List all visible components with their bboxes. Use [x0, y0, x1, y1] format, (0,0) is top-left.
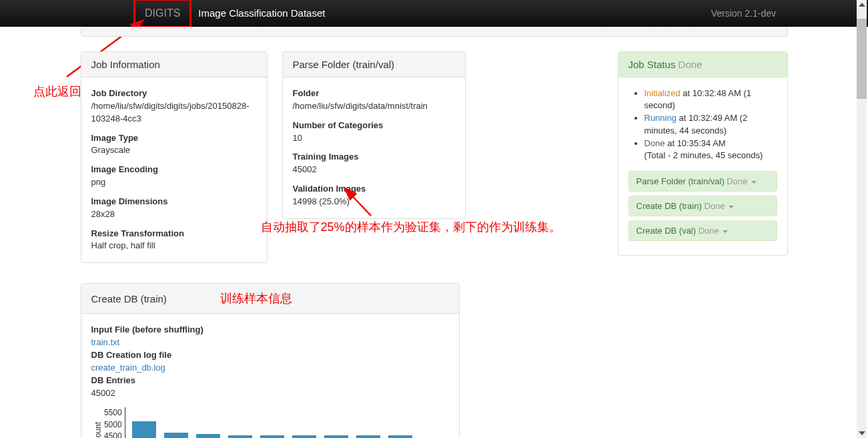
panel-heading-job-status: Job Status Done: [618, 52, 787, 77]
db-entries-label: DB Entries: [91, 375, 135, 385]
navbar: DIGITS Image Classification Dataset Vers…: [0, 0, 868, 27]
scrollbar-vertical[interactable]: [857, 0, 867, 438]
chart-bar: [164, 433, 188, 438]
panel-heading-create-db: Create DB (train) 训练样本信息: [81, 284, 459, 314]
folder-label: Folder: [293, 88, 320, 98]
chart-bar: [132, 421, 156, 438]
image-type-value: Grayscale: [91, 145, 131, 155]
panel-parse-folder: Parse Folder (train/val) Folder /home/li…: [282, 51, 466, 219]
status-initialized-label: Initialized: [644, 88, 681, 98]
task-create-db-val-button[interactable]: Create DB (val) Done: [628, 220, 777, 241]
log-file-link[interactable]: create_train_db.log: [91, 363, 165, 373]
chart-bar: [196, 434, 220, 438]
chart-ytick: 5500: [104, 407, 122, 419]
input-file-link[interactable]: train.txt: [91, 337, 120, 347]
annotation-validation-text: 自动抽取了25%的样本作为验证集，剩下的作为训练集。: [261, 219, 561, 235]
chart-ylabel: Count: [91, 407, 104, 438]
top-bar: [81, 27, 788, 37]
panel-heading-parse-folder: Parse Folder (train/val): [283, 52, 465, 77]
chart-bar: [228, 435, 252, 438]
status-list: Initialized at 10:32:48 AM (1 second) Ru…: [628, 87, 777, 162]
panel-create-db: Create DB (train) 训练样本信息 Input File (bef…: [81, 283, 460, 438]
folder-value: /home/liu/sfw/digits/data/mnist/train: [293, 101, 428, 111]
status-done-label: Done: [644, 138, 665, 148]
scroll-down-button[interactable]: [857, 429, 867, 438]
chart-bar: [388, 435, 412, 438]
job-status-done: Done: [679, 59, 703, 70]
image-dimensions-label: Image Dimensions: [91, 196, 168, 206]
status-running-label: Running: [644, 113, 677, 123]
chart-yticks: 550050004500400035003000: [104, 407, 125, 438]
db-entries-value: 45002: [91, 388, 115, 398]
status-done-text: at 10:35:34 AM: [665, 138, 726, 148]
image-encoding-label: Image Encoding: [91, 164, 158, 174]
chevron-down-icon: [723, 230, 728, 233]
chevron-down-icon: [729, 206, 734, 208]
chart-bars: [125, 407, 449, 438]
panel-job-info: Job Information Job Directory /home/liu/…: [81, 51, 268, 263]
chart-bar: [260, 435, 284, 438]
training-images-label: Training Images: [293, 152, 359, 162]
brand-link[interactable]: DIGITS: [133, 0, 191, 28]
chevron-down-icon: [751, 181, 757, 184]
job-dir-label: Job Directory: [91, 88, 147, 98]
task-parse-folder-button[interactable]: Parse Folder (train/val) Done: [628, 171, 777, 192]
categories-value: 10: [293, 133, 302, 143]
image-encoding-value: png: [91, 177, 106, 187]
chart-bar: [356, 435, 380, 438]
image-type-label: Image Type: [91, 133, 139, 143]
db-entries-chart: Count 550050004500400035003000: [91, 407, 449, 438]
scrollbar-thumb[interactable]: [857, 19, 867, 99]
panel-job-status: Job Status Done Initialized at 10:32:48 …: [618, 51, 788, 256]
training-images-value: 45002: [293, 164, 317, 174]
chart-bar: [292, 435, 316, 438]
status-total-text: (Total - 2 minutes, 45 seconds): [644, 150, 763, 160]
log-file-label: DB Creation log file: [91, 350, 172, 360]
chart-ytick: 5000: [104, 419, 122, 431]
version-label: Version 2.1-dev: [711, 8, 776, 19]
resize-value: Half crop, half fill: [91, 240, 155, 250]
image-dimensions-value: 28x28: [91, 209, 115, 219]
chevron-down-icon: [859, 431, 865, 435]
job-dir-value: /home/liu/sfw/digits/digits/jobs/2015082…: [91, 101, 250, 124]
panel-heading-job-info: Job Information: [81, 52, 267, 77]
resize-label: Resize Transformation: [91, 228, 184, 238]
input-file-label: Input File (before shuffling): [91, 324, 203, 335]
chart-ytick: 4500: [104, 431, 122, 438]
validation-images-label: Validation Images: [293, 184, 366, 194]
task-create-db-train-button[interactable]: Create DB (train) Done: [628, 196, 777, 216]
page-title: Image Classification Dataset: [198, 7, 325, 19]
chart-bar: [324, 435, 348, 438]
chevron-up-icon: [859, 3, 865, 7]
validation-images-value: 14998 (25.0%): [293, 196, 350, 206]
categories-label: Number of Categories: [293, 120, 384, 130]
annotation-train-info: 训练样本信息: [220, 290, 292, 306]
scroll-up-button[interactable]: [857, 0, 867, 9]
